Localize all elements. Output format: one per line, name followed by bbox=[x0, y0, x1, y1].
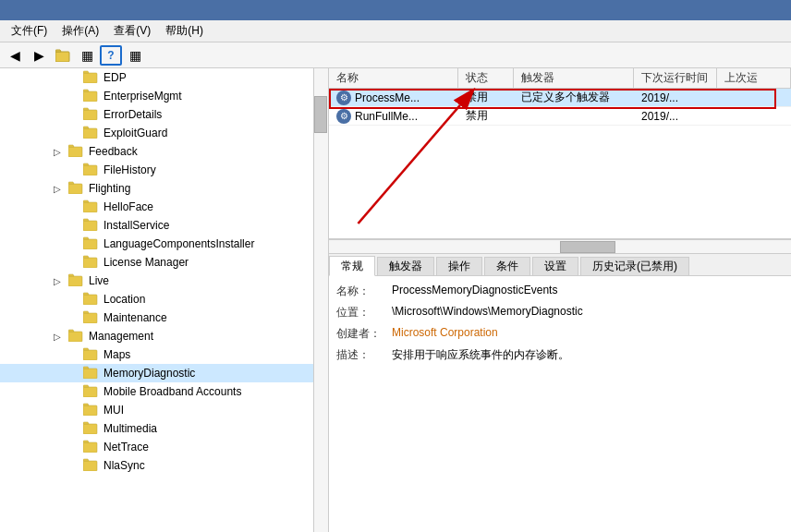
tree-item-label: ErrorDetails bbox=[103, 108, 162, 121]
folder-icon bbox=[83, 107, 100, 123]
task-icon: ⚙ bbox=[336, 91, 351, 105]
props-tab-3[interactable]: 条件 bbox=[484, 257, 530, 275]
tree-item-label: Mobile Broadband Accounts bbox=[103, 385, 241, 398]
tree-item[interactable]: Mobile Broadband Accounts bbox=[0, 382, 328, 401]
toolbar: ◀ ▶ ▦ ? ▦ bbox=[0, 42, 791, 68]
tree-item[interactable]: MemoryDiagnostic bbox=[0, 364, 328, 382]
tree-item[interactable]: NlaSync bbox=[0, 456, 328, 475]
prop-row: 位置：\Microsoft\Windows\MemoryDiagnostic bbox=[336, 305, 784, 320]
properties-panel: 常规触发器操作条件设置历史记录(已禁用) 名称：ProcessMemoryDia… bbox=[329, 254, 791, 532]
svg-rect-10 bbox=[83, 239, 97, 249]
tree-item[interactable]: Maps bbox=[0, 345, 328, 364]
h-scrollbar[interactable] bbox=[329, 239, 791, 254]
tree-item[interactable]: EnterpriseMgmt bbox=[0, 87, 328, 105]
props-tab-1[interactable]: 触发器 bbox=[377, 257, 434, 275]
prop-label: 位置： bbox=[336, 305, 392, 320]
task-name-label: ProcessMe... bbox=[355, 91, 420, 104]
menu-item-1[interactable]: 操作(A) bbox=[55, 21, 106, 41]
expand-arrow-icon: ▷ bbox=[54, 276, 68, 286]
svg-rect-21 bbox=[83, 442, 97, 453]
tree-item[interactable]: InstallService bbox=[0, 216, 328, 235]
tree-item[interactable]: Maintenance bbox=[0, 308, 328, 327]
props-tab-2[interactable]: 操作 bbox=[436, 257, 482, 275]
svg-rect-8 bbox=[83, 202, 97, 212]
task-trigger-cell bbox=[514, 107, 634, 125]
col-header-lastrun: 上次运 bbox=[717, 68, 791, 88]
tree-item[interactable]: ▷Live bbox=[0, 272, 328, 290]
task-row[interactable]: ⚙ RunFullMe... 禁用 2019/... bbox=[329, 107, 791, 126]
folder-icon bbox=[83, 310, 100, 326]
tree-item-label: NetTrace bbox=[103, 441, 149, 453]
tree-item-label: HelloFace bbox=[103, 200, 153, 213]
toolbar-folder[interactable] bbox=[52, 45, 74, 66]
tree-item[interactable]: FileHistory bbox=[0, 161, 328, 179]
tree-item[interactable]: ▷Feedback bbox=[0, 142, 328, 161]
toolbar-forward[interactable]: ▶ bbox=[28, 45, 50, 66]
tree-item[interactable]: EDP bbox=[0, 68, 328, 87]
tree-item[interactable]: LanguageComponentsInstaller bbox=[0, 235, 328, 253]
menu-item-3[interactable]: 帮助(H) bbox=[158, 21, 211, 41]
tree-item-label: InstallService bbox=[103, 219, 169, 232]
tree-item[interactable]: ExploitGuard bbox=[0, 124, 328, 142]
svg-rect-1 bbox=[83, 73, 97, 83]
props-tab-0[interactable]: 常规 bbox=[329, 256, 375, 276]
svg-rect-22 bbox=[83, 461, 97, 471]
left-panel: EDPEnterpriseMgmtErrorDetailsExploitGuar… bbox=[0, 68, 329, 532]
menu-item-0[interactable]: 文件(F) bbox=[4, 21, 55, 41]
tree-item[interactable]: Location bbox=[0, 290, 328, 308]
task-trigger-cell: 已定义多个触发器 bbox=[514, 89, 634, 106]
tasks-table-container: 名称 状态 触发器 下次运行时间 上次运 ⚙ ProcessMe... 禁用 已… bbox=[329, 68, 791, 239]
task-status-cell: 禁用 bbox=[458, 89, 514, 106]
toolbar-back[interactable]: ◀ bbox=[4, 45, 26, 66]
tree-item[interactable]: ▷Management bbox=[0, 327, 328, 345]
scroll-indicator[interactable] bbox=[313, 68, 328, 532]
svg-rect-12 bbox=[68, 276, 82, 286]
tree-item[interactable]: NetTrace bbox=[0, 438, 328, 456]
tree-item-label: Multimedia bbox=[103, 422, 157, 435]
scroll-thumb[interactable] bbox=[314, 96, 327, 133]
task-name-cell: ⚙ RunFullMe... bbox=[329, 107, 458, 125]
toolbar-grid2[interactable]: ▦ bbox=[124, 45, 146, 66]
folder-icon bbox=[83, 347, 100, 363]
tree-item-label: ExploitGuard bbox=[103, 127, 167, 139]
tree-item[interactable]: MUI bbox=[0, 401, 328, 419]
folder-icon bbox=[83, 255, 100, 271]
task-row[interactable]: ⚙ ProcessMe... 禁用 已定义多个触发器 2019/... bbox=[329, 89, 791, 107]
svg-rect-0 bbox=[55, 52, 69, 62]
h-scroll-thumb[interactable] bbox=[560, 241, 615, 253]
task-name-label: RunFullMe... bbox=[355, 110, 418, 123]
tree-item-label: MemoryDiagnostic bbox=[103, 367, 195, 380]
svg-rect-9 bbox=[83, 221, 97, 231]
tree-container[interactable]: EDPEnterpriseMgmtErrorDetailsExploitGuar… bbox=[0, 68, 328, 532]
toolbar-help[interactable]: ? bbox=[100, 45, 122, 66]
svg-rect-11 bbox=[83, 258, 97, 268]
svg-rect-18 bbox=[83, 387, 97, 397]
folder-icon bbox=[83, 366, 100, 381]
tree-item[interactable]: ▷Flighting bbox=[0, 179, 328, 198]
folder-icon bbox=[83, 421, 100, 437]
menu-bar: 文件(F)操作(A)查看(V)帮助(H) bbox=[0, 20, 791, 42]
tasks-header: 名称 状态 触发器 下次运行时间 上次运 bbox=[329, 68, 791, 89]
folder-icon bbox=[68, 273, 85, 289]
svg-rect-14 bbox=[83, 313, 97, 323]
prop-label: 名称： bbox=[336, 284, 392, 299]
tree-item[interactable]: HelloFace bbox=[0, 198, 328, 216]
prop-row: 描述：安排用于响应系统事件的内存诊断。 bbox=[336, 347, 784, 363]
tree-item-label: FileHistory bbox=[103, 163, 156, 176]
folder-icon bbox=[83, 384, 100, 400]
folder-icon bbox=[83, 218, 100, 234]
props-tab-5[interactable]: 历史记录(已禁用) bbox=[580, 257, 689, 275]
menu-item-2[interactable]: 查看(V) bbox=[106, 21, 158, 41]
task-nextrun-cell: 2019/... bbox=[634, 107, 717, 125]
tree-item[interactable]: License Manager bbox=[0, 253, 328, 272]
toolbar-grid[interactable]: ▦ bbox=[76, 45, 98, 66]
tree-item[interactable]: ErrorDetails bbox=[0, 105, 328, 124]
svg-rect-5 bbox=[68, 147, 82, 157]
tree-item-label: Management bbox=[89, 330, 153, 343]
tree-item-label: Feedback bbox=[89, 145, 138, 158]
props-tab-4[interactable]: 设置 bbox=[532, 257, 578, 275]
folder-icon bbox=[68, 181, 85, 197]
tree-item-label: License Manager bbox=[103, 256, 189, 269]
tree-item[interactable]: Multimedia bbox=[0, 419, 328, 438]
tree-item-label: EnterpriseMgmt bbox=[103, 90, 182, 103]
